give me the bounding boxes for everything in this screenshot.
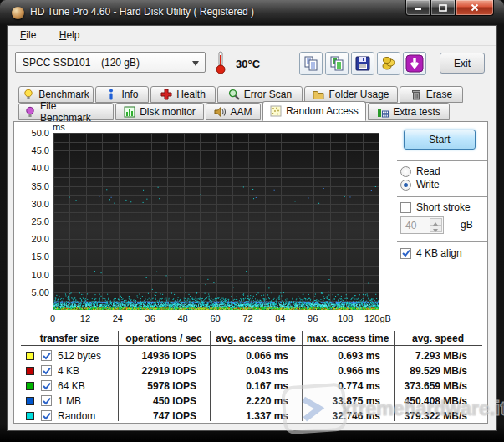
- copy-text-button[interactable]: [299, 52, 323, 75]
- drive-name: SPCC SSD101: [23, 57, 90, 69]
- row-checkbox[interactable]: [41, 380, 52, 391]
- start-label: Start: [429, 134, 450, 145]
- x-tick-label: 0: [50, 313, 55, 323]
- series-color-swatch: [26, 367, 34, 375]
- exit-button[interactable]: Exit: [440, 53, 485, 74]
- download-icon: [405, 54, 424, 73]
- max-access-value: 0.966 ms: [303, 365, 380, 377]
- write-label: Write: [416, 179, 440, 191]
- table-row: 4 KB 22919 IOPS 0.043 ms 0.966 ms 89.529…: [14, 364, 487, 378]
- x-tick-label: 12: [80, 313, 90, 323]
- short-stroke-option[interactable]: Short stroke: [400, 201, 471, 213]
- menu-file[interactable]: File: [13, 26, 43, 44]
- download-button[interactable]: [403, 52, 426, 75]
- read-radio[interactable]: [400, 166, 411, 177]
- tab-random-access[interactable]: Random Access: [262, 101, 366, 121]
- menu-bar: File Help: [8, 26, 496, 46]
- check-icon: [402, 249, 410, 257]
- tab-erase[interactable]: Erase: [400, 86, 463, 103]
- gold-coins-icon: [380, 55, 397, 72]
- scatter-icon: [270, 105, 282, 117]
- avg-access-value: 0.066 ms: [211, 350, 288, 362]
- header-operations: operations / sec: [118, 333, 210, 344]
- y-tick-label: 20.0: [14, 234, 49, 244]
- bulb-yellow-icon: [23, 89, 34, 100]
- tab-extra-tests[interactable]: Extra tests: [368, 103, 450, 120]
- x-tick-label: 120gB: [364, 313, 391, 323]
- series-color-swatch: [26, 382, 34, 390]
- series-color-swatch: [26, 412, 34, 420]
- avg-access-value: 0.043 ms: [211, 365, 288, 377]
- start-button[interactable]: Start: [404, 130, 476, 150]
- align-option[interactable]: 4 KB align: [400, 247, 462, 259]
- tab-error-scan[interactable]: Error Scan: [217, 86, 303, 103]
- max-access-value: 0.693 ms: [303, 350, 380, 362]
- separator: [397, 160, 487, 162]
- table-row: 512 bytes 14936 IOPS 0.066 ms 0.693 ms 7…: [14, 349, 487, 363]
- short-stroke-capacity-stepper[interactable]: 40: [400, 216, 444, 234]
- write-radio[interactable]: [400, 180, 411, 191]
- series-color-swatch: [26, 352, 34, 360]
- tab-row-2: File Benchmark Disk monitor AAM Random A…: [18, 103, 450, 121]
- check-icon: [43, 412, 51, 420]
- x-tick-label: 84: [275, 313, 285, 323]
- y-tick-label: 35.0: [14, 181, 49, 191]
- short-stroke-checkbox[interactable]: [400, 202, 411, 213]
- header-max-access-time: max. access time: [302, 333, 394, 344]
- y-tick-label: 40.0: [14, 163, 49, 173]
- y-tick-label: 10.0: [14, 270, 49, 280]
- tab-aam[interactable]: AAM: [206, 103, 261, 120]
- maximize-button[interactable]: [430, 0, 456, 16]
- tab-label: Health: [176, 89, 206, 100]
- short-stroke-label: Short stroke: [416, 201, 471, 213]
- copy-image-button[interactable]: [325, 52, 349, 75]
- tab-label: Benchmark: [38, 89, 89, 100]
- capacity-unit-label: gB: [461, 219, 473, 231]
- tab-health[interactable]: Health: [150, 86, 216, 103]
- avg-speed-value: 89.529 MB/s: [395, 365, 467, 377]
- check-icon: [43, 382, 51, 390]
- row-checkbox[interactable]: [41, 365, 52, 376]
- ops-value: 450 IOPS: [120, 395, 196, 407]
- y-tick-label: 45.0: [14, 145, 49, 155]
- y-tick-label: 5.00: [14, 287, 49, 297]
- x-tick-label: 96: [308, 313, 318, 323]
- tab-folder-usage[interactable]: Folder Usage: [304, 86, 398, 103]
- tab-label: Extra tests: [393, 106, 440, 118]
- tab-label: Folder Usage: [328, 89, 389, 100]
- random-access-panel: ms 50.045.040.035.030.025.020.015.010.05…: [13, 121, 488, 424]
- row-checkbox[interactable]: [41, 395, 52, 406]
- title-bar[interactable]: HD Tune Pro 4.60 - Hard Disk Utility ( R…: [0, 0, 504, 25]
- close-button[interactable]: [456, 0, 494, 16]
- row-label: 512 bytes: [58, 350, 101, 362]
- align-label: 4 KB align: [416, 247, 462, 259]
- tab-disk-monitor[interactable]: Disk monitor: [115, 103, 204, 120]
- align-checkbox[interactable]: [400, 248, 411, 259]
- tab-file-benchmark[interactable]: File Benchmark: [18, 103, 114, 120]
- stepper-down-icon[interactable]: [430, 226, 442, 233]
- avg-access-value: 1.337 ms: [211, 410, 288, 422]
- x-tick-label: 108: [338, 313, 353, 323]
- read-label: Read: [416, 165, 440, 177]
- x-axis-labels: 01224364860728496108120gB: [53, 313, 378, 325]
- row-checkbox[interactable]: [41, 410, 52, 421]
- magnifier-icon: [228, 89, 240, 100]
- ops-value: 14936 IOPS: [120, 350, 196, 362]
- read-option[interactable]: Read: [400, 165, 440, 177]
- save-screenshot-button[interactable]: [351, 52, 374, 75]
- stepper-up-icon[interactable]: [430, 218, 442, 226]
- tests-grid-icon: [377, 106, 389, 118]
- row-checkbox[interactable]: [41, 350, 52, 361]
- random-access-chart: [53, 133, 379, 310]
- thermometer-icon: [214, 50, 227, 79]
- window-title: HD Tune Pro 4.60 - Hard Disk Utility ( R…: [30, 6, 254, 18]
- gold-coins-button[interactable]: [377, 52, 400, 75]
- separator: [397, 196, 487, 198]
- copy-text-icon: [303, 55, 319, 72]
- write-option[interactable]: Write: [400, 179, 440, 191]
- menu-help[interactable]: Help: [52, 26, 88, 44]
- drive-select[interactable]: SPCC SSD101 (120 gB): [15, 52, 206, 73]
- avg-speed-value: 373.659 MB/s: [395, 380, 467, 392]
- minimize-button[interactable]: [405, 0, 430, 16]
- check-icon: [43, 367, 51, 375]
